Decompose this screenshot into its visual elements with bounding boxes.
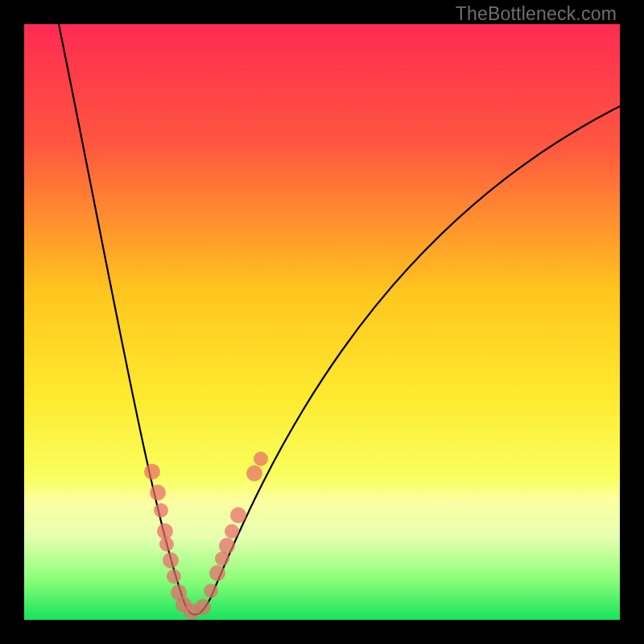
watermark-text: TheBottleneck.com: [456, 3, 617, 25]
data-dot: [254, 452, 268, 466]
data-dot: [204, 584, 218, 598]
data-dot: [219, 538, 235, 554]
data-dot: [163, 552, 179, 568]
data-dot: [167, 569, 181, 584]
data-dot: [144, 464, 160, 480]
plot-frame: [24, 24, 620, 620]
data-dot: [195, 599, 211, 615]
bottleneck-curve: [59, 24, 620, 615]
data-dot: [246, 465, 262, 481]
data-dots: [144, 452, 268, 620]
data-dot: [225, 524, 239, 539]
data-dot: [157, 523, 173, 539]
data-dot: [230, 507, 246, 523]
data-dot: [209, 565, 225, 581]
curve-layer: [24, 24, 620, 620]
data-dot: [154, 503, 168, 518]
data-dot: [159, 537, 174, 551]
data-dot: [150, 485, 166, 501]
